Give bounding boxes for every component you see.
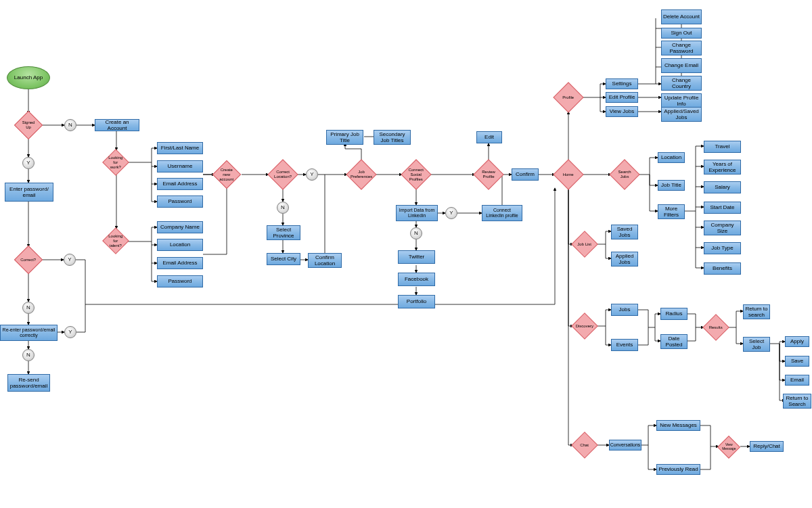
process-action-email: Email [785,375,809,386]
process-change-password: Change Password [661,41,702,55]
process-enter-creds: Enter password/ email [5,183,53,202]
connector-reenter-no: N [22,349,35,361]
process-discovery-jobs: Jobs [611,304,638,316]
decision-looking-work: Looking for work? [102,149,129,176]
process-change-email: Change Email [661,58,702,73]
correct-label: Correct? [20,258,37,262]
field-company-email: Email Address [157,257,203,269]
process-select-province: Select Province [267,225,300,240]
process-resend: Re-send password/email [7,374,50,392]
process-applied-jobs: Applied Jobs [611,252,638,267]
field-company-name: Company Name [157,221,203,233]
decision-correct-location: Correct Location? [267,159,298,189]
filter-job-type: Job Type [704,242,741,254]
filter-travel: Travel [704,141,741,153]
process-select-city: Select City [267,253,300,265]
field-company-password: Password [157,275,203,287]
process-connect-linkedin: Connect LinkedIn profile [482,205,522,221]
process-new-messages: New Messages [656,420,700,431]
field-company-location: Location [157,239,203,251]
process-change-country: Change Country [661,76,702,91]
process-previously-read: Previously Read [656,464,700,475]
connector-correct-no: N [22,302,35,314]
process-import-linkedin: Import Data from Linkedin [396,205,438,221]
field-first-last-name: First/Last Name [157,142,203,154]
process-reply-chat: Reply/Chat [750,441,784,452]
process-search-location: Location [658,152,685,163]
filter-years: Years of Experience [704,160,741,175]
process-reenter: Re-enter password/email correctly [0,325,58,341]
decision-profile: Profile [553,82,583,112]
process-create-account: Create an Account [95,119,139,131]
process-delete-account: Delete Account [661,9,702,24]
process-return-search-2: Return to Search [783,394,811,409]
process-conversations: Conversations [609,440,641,451]
filter-company-size: Company Size [704,221,741,235]
process-confirm-location: Confirm Location [308,253,342,268]
connector-location-no: N [277,202,289,214]
connector-linkedin-no: N [410,227,422,239]
field-email: Email Address [157,178,203,190]
process-save: Save [785,356,809,367]
process-view-jobs: View Jobs [606,106,638,117]
decision-results: Results [702,314,729,341]
process-twitter: Twitter [398,250,435,264]
process-facebook: Facebook [398,273,435,286]
decision-chat: Chat [571,432,598,459]
connector-reenter-yes: Y [64,326,76,338]
decision-looking-talent: Looking for talent? [102,227,129,254]
process-saved-jobs: Saved Jobs [611,225,638,239]
process-edit: Edit [476,131,502,143]
process-settings: Settings [606,78,638,89]
filter-start-date: Start Date [704,202,741,214]
start-launch-app: Launch App [7,66,50,89]
decision-home: Home [553,159,583,189]
process-radius: Radius [660,308,687,320]
field-username: Username [157,160,203,172]
start-label: Launch App [14,74,43,80]
filter-benefits: Benefits [704,262,741,275]
connector-location-yes: Y [306,168,318,181]
process-secondary-job-titles: Secondary Job Titles [374,130,411,145]
connector-correct-yes: Y [64,254,76,266]
process-more-filters: More Filters [658,204,685,219]
decision-connect-social: Connect Social Profiles [401,159,431,189]
process-applied-saved-jobs: Applied/Saved Jobs [661,107,702,122]
decision-review-profile: Review Profile [473,159,503,189]
decision-discovery: Discovery [571,313,598,340]
process-portfolio: Portfolio [398,295,435,308]
process-sign-out: Sign Out [661,28,702,39]
process-apply: Apply [785,336,809,347]
connector-signed-up-no: N [64,119,76,131]
decision-job-list: Job List [571,231,598,258]
filter-salary: Salary [704,181,741,193]
decision-search-jobs: Search Jobs [609,159,639,189]
connector-signed-up-yes: Y [22,157,35,169]
decision-correct: Correct? [14,246,43,274]
decision-create-new-account: Create new account [212,160,241,189]
process-edit-profile: Edit Profile [606,92,638,103]
decision-job-preferences: Job Preferences [346,159,376,189]
connector-linkedin-yes: Y [445,207,457,219]
decision-signed-up: Signed Up [14,111,43,139]
process-search-job-title: Job Title [658,180,685,191]
process-confirm: Confirm [512,168,539,181]
process-discovery-events: Events [611,339,638,351]
field-password: Password [157,195,203,208]
decision-view-message: View Message [717,436,740,459]
process-primary-job-title: Primary Job Title [326,130,363,145]
process-select-job: Select Job [743,337,770,352]
process-update-profile-info: Update Profile Info [661,93,702,108]
process-return-search: Return to search [743,304,770,319]
signed-up-label: Signed Up [20,120,37,130]
process-date-posted: Date Posted [660,334,687,349]
